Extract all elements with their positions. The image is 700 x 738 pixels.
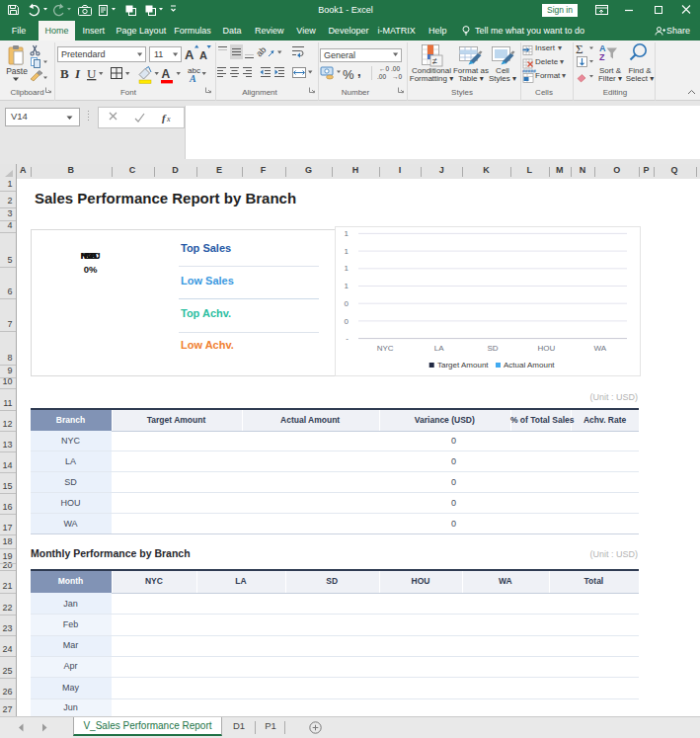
svg-text:.00: .00 [391,65,400,72]
svg-text:x: x [166,115,171,123]
svg-text:A: A [189,73,196,84]
svg-text:#####: ##### [522,68,536,74]
svg-text:1: 1 [345,229,350,238]
svg-text:A: A [185,47,194,62]
svg-text:1: 1 [345,264,350,273]
svg-text:Actual Amount: Actual Amount [504,361,555,369]
svg-text:0: 0 [345,299,350,308]
svg-text:0: 0 [345,317,350,326]
svg-text:1: 1 [345,247,350,256]
svg-text:I: I [74,66,81,81]
svg-text:HOU: HOU [538,344,556,353]
svg-text:,: , [357,64,361,79]
svg-text:NYC: NYC [377,344,394,353]
svg-text:←0: ←0 [379,65,390,72]
svg-text:ab: ab [254,44,268,58]
svg-text:%: % [343,67,354,82]
svg-text:.00: .00 [377,73,386,80]
svg-text:Σ: Σ [576,41,583,56]
svg-text:SD: SD [487,344,498,353]
svg-text:-: - [346,334,349,343]
svg-text:WA: WA [594,344,607,353]
svg-text:LA: LA [434,344,444,353]
svg-text:≠: ≠ [432,56,437,66]
svg-text:B: B [60,66,69,81]
svg-text:→0: →0 [392,73,403,80]
svg-text:A: A [162,67,171,81]
svg-text:1: 1 [345,282,350,290]
svg-text:U: U [87,66,97,81]
svg-text:Target Amount: Target Amount [437,361,489,369]
svg-text:Z: Z [599,52,605,62]
svg-text:A: A [199,49,207,61]
